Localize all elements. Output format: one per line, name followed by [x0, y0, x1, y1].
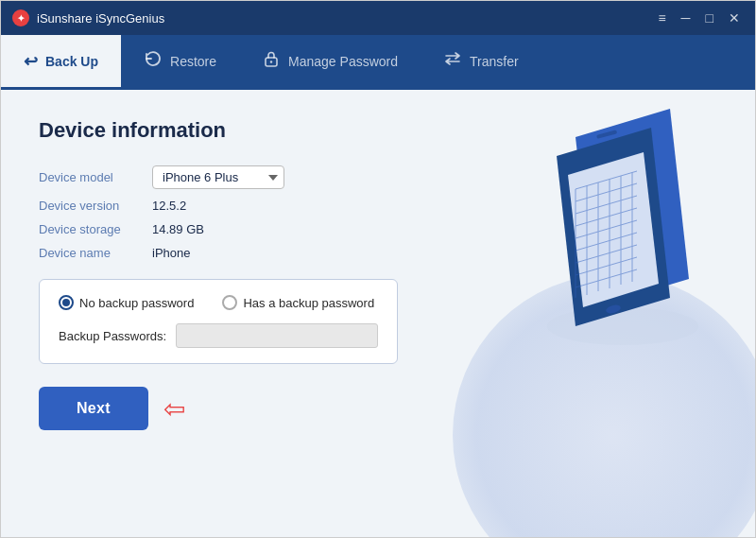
lock-icon — [262, 49, 281, 73]
svg-point-1 — [270, 61, 272, 62]
nav-label-manage-password: Manage Password — [288, 54, 398, 69]
nav-item-backup[interactable]: ↩ Back Up — [1, 35, 121, 90]
minimize-button[interactable]: ─ — [678, 10, 695, 26]
menu-icon[interactable]: ≡ — [654, 10, 669, 26]
password-box: No backup password Has a backup password… — [39, 279, 398, 364]
backup-passwords-label: Backup Passwords: — [59, 329, 166, 343]
window-controls: ≡ ─ □ ✕ — [654, 10, 744, 26]
backup-password-input[interactable] — [176, 323, 378, 348]
has-backup-label: Has a backup password — [243, 296, 374, 310]
transfer-icon — [443, 49, 462, 73]
no-backup-label: No backup password — [79, 296, 194, 310]
no-backup-password-option[interactable]: No backup password — [59, 295, 194, 310]
radio-row: No backup password Has a backup password — [59, 295, 378, 310]
next-button[interactable]: Next — [39, 387, 148, 430]
nav-item-restore[interactable]: Restore — [121, 35, 239, 90]
nav-item-manage-password[interactable]: Manage Password — [239, 35, 421, 90]
password-field-row: Backup Passwords: — [59, 323, 378, 348]
arrow-icon: ⇦ — [163, 393, 185, 425]
app-title: iSunshare iSyncGenius — [37, 11, 654, 26]
device-storage-label: Device storage — [39, 222, 152, 236]
nav-label-restore: Restore — [170, 54, 216, 69]
nav-bar: ↩ Back Up Restore Manage Password Transf — [1, 35, 755, 90]
device-model-label: Device model — [39, 165, 152, 189]
has-backup-radio[interactable] — [222, 295, 237, 310]
device-model-select[interactable]: iPhone 6 Plus iPhone 6 iPhone 7 iPhone 8… — [152, 165, 284, 189]
device-version-label: Device version — [39, 199, 152, 213]
nav-item-transfer[interactable]: Transfer — [421, 35, 541, 90]
device-name-label: Device name — [39, 246, 152, 260]
restore-icon — [144, 49, 163, 73]
nav-label-backup: Back Up — [45, 54, 98, 69]
no-backup-radio[interactable] — [59, 295, 74, 310]
maximize-button[interactable]: □ — [702, 10, 717, 26]
backup-icon: ↩ — [24, 51, 38, 72]
phone-illustration — [519, 99, 708, 358]
app-icon: ✦ — [12, 9, 29, 26]
nav-label-transfer: Transfer — [470, 54, 519, 69]
close-button[interactable]: ✕ — [725, 10, 744, 26]
title-bar: ✦ iSunshare iSyncGenius ≡ ─ □ ✕ — [1, 1, 755, 35]
has-backup-password-option[interactable]: Has a backup password — [222, 295, 374, 310]
main-content: Device information Device model iPhone 6… — [1, 90, 755, 538]
svg-point-2 — [547, 307, 698, 345]
button-row: Next ⇦ — [39, 387, 717, 430]
